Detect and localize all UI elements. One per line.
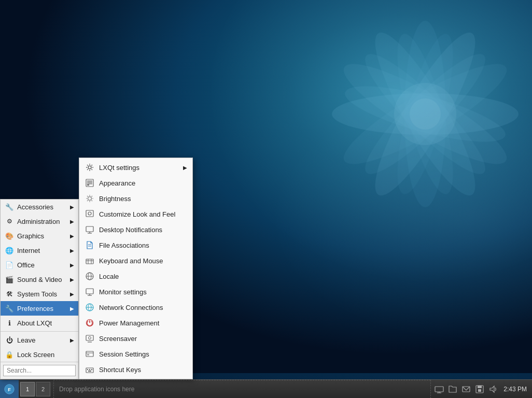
preferences-submenu: LXQt settings ▶ Appearance Brightness Cu… <box>79 158 193 379</box>
pref-item-lxqt-settings[interactable]: LXQt settings ▶ <box>79 160 192 175</box>
start-icon: F <box>4 383 15 395</box>
svg-rect-56 <box>91 369 92 370</box>
svg-rect-17 <box>87 184 89 186</box>
office-arrow: ▶ <box>70 262 74 268</box>
menu-item-graphics[interactable]: 🎨 Graphics ▶ <box>1 229 78 243</box>
accessories-label: Accessories <box>17 203 68 211</box>
svg-line-26 <box>87 201 88 202</box>
svg-point-9 <box>386 29 464 198</box>
menu-item-internet[interactable]: 🌐 Internet ▶ <box>1 243 78 258</box>
workspace-switcher: 1 2 <box>20 382 51 396</box>
menu-item-system-tools[interactable]: 🛠 System Tools ▶ <box>1 287 78 301</box>
main-menu: 🔧 Accessories ▶ ⚙ Administration ▶ 🎨 Gra… <box>0 199 79 379</box>
pref-item-locale[interactable]: Locale <box>79 268 192 284</box>
leave-icon: ⏻ <box>5 335 14 345</box>
workspace-1-button[interactable]: 1 <box>20 382 35 396</box>
pref-item-desktop-notif[interactable]: Desktop Notifications <box>79 222 192 237</box>
brightness-label: Brightness <box>99 195 131 203</box>
svg-point-28 <box>88 212 91 215</box>
network-connections-label: Network Connections <box>99 304 163 311</box>
keyboard-mouse-icon <box>85 255 95 266</box>
power-management-icon <box>85 318 95 328</box>
preferences-arrow: ▶ <box>70 306 74 311</box>
sound-video-label: Sound & Video <box>17 276 68 283</box>
brightness-icon <box>85 193 95 204</box>
pref-item-session-settings[interactable]: Session Settings <box>79 346 192 362</box>
svg-rect-57 <box>88 371 91 372</box>
pref-item-monitor-settings[interactable]: Monitor settings <box>79 284 192 300</box>
screensaver-icon <box>85 333 95 344</box>
accessories-arrow: ▶ <box>70 204 74 210</box>
search-input[interactable] <box>3 365 76 376</box>
pref-item-network-connections[interactable]: Network Connections <box>79 300 192 315</box>
svg-point-12 <box>394 83 456 145</box>
about-label: About LXQt <box>17 319 74 327</box>
menu-item-sound-video[interactable]: 🎬 Sound & Video ▶ <box>1 272 78 287</box>
administration-label: Administration <box>17 218 68 225</box>
files-tray-icon[interactable] <box>447 383 458 395</box>
graphics-icon: 🎨 <box>5 231 14 240</box>
svg-rect-53 <box>86 368 93 373</box>
pref-item-screensaver[interactable]: Screensaver <box>79 331 192 346</box>
desktop-notif-label: Desktop Notifications <box>99 226 162 234</box>
menu-item-accessories[interactable]: 🔧 Accessories ▶ <box>1 200 78 214</box>
menu-divider <box>1 331 78 332</box>
customize-icon <box>85 209 95 219</box>
start-button[interactable]: F <box>0 380 19 399</box>
svg-rect-54 <box>87 369 88 370</box>
power-management-label: Power Management <box>99 319 159 327</box>
file-assoc-label: File Associations <box>99 241 149 249</box>
locale-label: Locale <box>99 273 119 280</box>
internet-arrow: ▶ <box>70 248 74 253</box>
lock-label: Lock Screen <box>17 351 74 359</box>
menu-item-leave[interactable]: ⏻ Leave ▶ <box>1 333 78 347</box>
lxqt-settings-arrow: ▶ <box>183 165 187 170</box>
volume-tray-icon[interactable] <box>487 383 499 395</box>
pref-item-file-assoc[interactable]: File Associations <box>79 237 192 253</box>
menu-item-office[interactable]: 📄 Office ▶ <box>1 258 78 272</box>
svg-point-11 <box>354 42 497 186</box>
menu-item-about-lxqt[interactable]: ℹ About LXQt <box>1 316 78 330</box>
pref-item-shortcut-keys[interactable]: Shortcut Keys <box>79 362 192 377</box>
svg-line-23 <box>87 196 88 197</box>
pref-item-power-management[interactable]: Power Management <box>79 315 192 331</box>
graphics-arrow: ▶ <box>70 233 74 239</box>
save-tray-icon[interactable] <box>474 383 485 395</box>
svg-point-5 <box>360 23 489 205</box>
svg-point-8 <box>354 42 497 186</box>
administration-icon: ⚙ <box>5 217 14 226</box>
office-icon: 📄 <box>5 260 14 269</box>
taskbar-drop-area: Drop application icons here <box>53 380 431 399</box>
svg-text:F: F <box>8 387 11 392</box>
internet-icon: 🌐 <box>5 246 14 255</box>
svg-rect-55 <box>89 369 90 370</box>
menu-item-lock-screen[interactable]: 🔒 Lock Screen <box>1 347 78 362</box>
pref-item-appearance[interactable]: Appearance <box>79 175 192 191</box>
search-container <box>1 362 78 379</box>
session-settings-label: Session Settings <box>99 350 149 358</box>
menu-item-administration[interactable]: ⚙ Administration ▶ <box>1 214 78 229</box>
network-tray-icon[interactable] <box>433 383 445 395</box>
svg-rect-47 <box>86 335 93 340</box>
svg-point-18 <box>88 197 92 201</box>
email-tray-icon[interactable] <box>460 383 472 395</box>
svg-rect-52 <box>87 354 89 356</box>
svg-rect-65 <box>478 386 482 388</box>
system-tray: 2:43 PM <box>433 383 532 395</box>
svg-point-13 <box>410 98 441 130</box>
monitor-settings-icon <box>85 287 95 297</box>
menu-item-preferences[interactable]: 🔧 Preferences ▶ <box>1 301 78 316</box>
taskbar: F 1 2 Drop application icons here <box>0 379 532 398</box>
pref-item-keyboard-mouse[interactable]: Keyboard and Mouse <box>79 253 192 268</box>
svg-rect-27 <box>86 210 93 217</box>
svg-point-7 <box>340 75 510 153</box>
lxqt-settings-label: LXQt settings <box>99 164 139 172</box>
svg-point-1 <box>332 93 519 135</box>
pref-item-customize[interactable]: Customize Look and Feel <box>79 206 192 222</box>
shortcut-keys-label: Shortcut Keys <box>99 366 141 374</box>
appearance-label: Appearance <box>99 179 135 187</box>
monitor-settings-label: Monitor settings <box>99 288 147 296</box>
administration-arrow: ▶ <box>70 219 74 224</box>
pref-item-brightness[interactable]: Brightness <box>79 191 192 206</box>
workspace-2-button[interactable]: 2 <box>36 382 50 396</box>
